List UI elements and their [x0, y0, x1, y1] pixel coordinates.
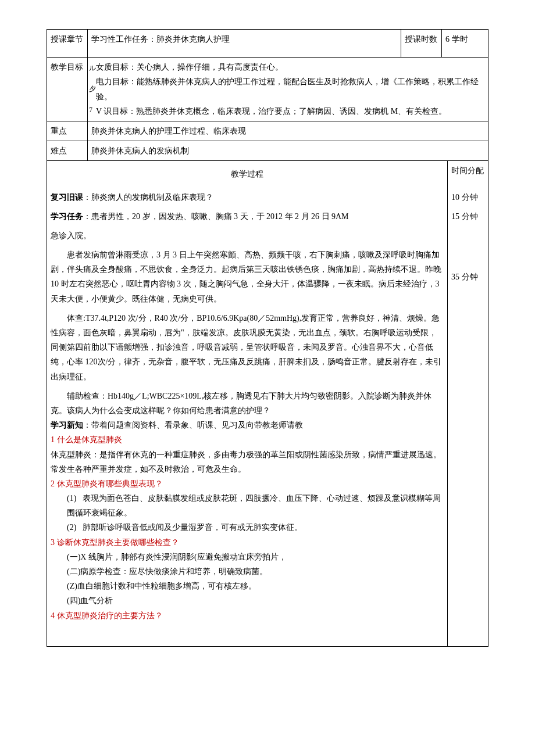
bracket-mark-3: 7	[89, 104, 95, 117]
answer-2-2-text: 肺部听诊呼吸音低或闻及少量湿罗音，可有或无肺实变体征。	[83, 523, 302, 532]
lesson-plan-document: 授课章节 学习性工作任务：肺炎并休克病人护理 授课时数 6 学时 教学目标 ル …	[47, 29, 488, 647]
task-text-head: ：患者男性，20 岁，因发热、咳嗽、胸痛 3 天，于 2012 年 2 月 26…	[83, 212, 349, 221]
task-row-2: 急诊入院。	[47, 226, 448, 245]
bracket-mark-2: 夕	[89, 83, 95, 96]
learn-label: 学习新知	[51, 421, 83, 429]
answer-2-2-num: (2)	[67, 523, 76, 532]
para-1-time: 35 分钟	[448, 245, 488, 309]
review-label: 复习旧课	[51, 193, 83, 202]
answer-3-1: (一)X 线胸片，肺部有炎性浸润阴影(应避免搬动宜床旁拍片，	[51, 550, 444, 564]
goals-label: 教学目标	[47, 58, 88, 121]
review-text: ：肺炎病人的发病机制及临床表现？	[83, 193, 213, 202]
keypoint-label: 重点	[47, 121, 88, 141]
question-3: 3 诊断休克型肺炎主要做哪些检查？	[51, 535, 444, 550]
goal-knowledge: V 识目标：熟悉肺炎并休克概念，临床表现，治疗要点；了解病因、诱因、发病机 M、…	[96, 104, 484, 119]
para-3-text: 辅助检查：Hb140g／L;WBC225×109L,核左移，胸透见右下肺大片均匀…	[51, 389, 444, 418]
answer-3-3: (Z)血白细胞计数和中性粒细胞多增高，可有核左移。	[51, 579, 444, 593]
empty-time-1	[448, 226, 488, 245]
goal-ability: 电力目标：能熟练肺炎并休克病人的护理工作过程，能配合医生及时抢救病人，增《工作策…	[96, 74, 484, 103]
learn-text: ：带着问题查阅资料、看录象、听课、见习及向带教老师请教	[83, 421, 303, 429]
para-1: 患者发病前曾淋雨受凉，3 月 3 日上午突然寒颤、高热、频频干咳，右下胸刺痛，咳…	[47, 245, 448, 309]
process-title: 教学过程	[51, 163, 444, 185]
answer-2-1: (1) 表现为面色苍白、皮肤黏膜发组或皮肤花斑，四肢撅冷、血压下降、心动过速、烦…	[51, 491, 444, 520]
chapter-label: 授课章节	[47, 30, 88, 58]
goal-quality: 女质目标：关心病人，操作仔细，具有高度责任心。	[96, 60, 484, 74]
para-1-text: 患者发病前曾淋雨受凉，3 月 3 日上午突然寒颤、高热、频频干咳，右下胸刺痛，咳…	[51, 248, 444, 306]
time-label: 时间分配	[448, 161, 488, 187]
answer-2-1-text: 表现为面色苍白、皮肤黏膜发组或皮肤花斑，四肢撅冷、血压下降、心动过速、烦躁及意识…	[67, 494, 441, 517]
review-time: 10 分钟	[448, 188, 488, 207]
learn-row: 学习新知：带着问题查阅资料、看录象、听课、见习及向带教老师请教	[51, 418, 444, 432]
process-table: 教学过程 时间分配 复习旧课：肺炎病人的发病机制及临床表现？ 10 分钟 学习任…	[47, 161, 488, 646]
task-label: 学习任务	[51, 212, 83, 221]
question-1: 1 什么是休克型肺炎	[51, 432, 444, 447]
main-content: 辅助检查：Hb140g／L;WBC225×109L,核左移，胸透见右下肺大片均匀…	[47, 386, 448, 647]
process-title-cell: 教学过程	[47, 161, 448, 187]
question-4: 4 休克型肺炎治疗的主要方法？	[51, 608, 444, 623]
goals-bracket: ル 夕 7	[89, 58, 95, 121]
empty-time-3	[448, 386, 488, 647]
answer-1: 休克型肺炎：是指伴有休克的一种重症肺炎，多由毒力极强的革兰阳或阴性菌感染所致，病…	[51, 447, 444, 476]
keypoint-value: 肺炎并休克病人的护理工作过程、临床表现	[88, 121, 488, 141]
goals-cell: ル 夕 7 女质目标：关心病人，操作仔细，具有高度责任心。 电力目标：能熟练肺炎…	[88, 58, 488, 121]
header-table: 授课章节 学习性工作任务：肺炎并休克病人护理 授课时数 6 学时 教学目标 ル …	[47, 29, 488, 161]
chapter-value: 学习性工作任务：肺炎并休克病人护理	[88, 30, 401, 58]
para-2-text: 体查:T37.4t,P120 次/分，R40 次/分，BP10.6/6.9Kpa…	[51, 311, 444, 384]
answer-2-1-num: (1)	[67, 494, 76, 503]
para-2: 体查:T37.4t,P120 次/分，R40 次/分，BP10.6/6.9Kpa…	[47, 309, 448, 386]
task-row-1: 学习任务：患者男性，20 岁，因发热、咳嗽、胸痛 3 天，于 2012 年 2 …	[47, 207, 448, 226]
answer-2-2: (2) 肺部听诊呼吸音低或闻及少量湿罗音，可有或无肺实变体征。	[51, 520, 444, 535]
answer-3-2: (二)病原学检查：应尽快做痰涂片和培养，明确致病菌。	[51, 564, 444, 579]
difficulty-value: 肺炎并休克病人的发病机制	[88, 141, 488, 161]
bracket-mark-1: ル	[89, 62, 95, 75]
review-row: 复习旧课：肺炎病人的发病机制及临床表现？	[47, 188, 448, 207]
hours-value: 6 学时	[442, 30, 488, 58]
task-time: 15 分钟	[448, 207, 488, 226]
answer-3-4: (四)血气分析	[51, 593, 444, 608]
empty-time-2	[448, 309, 488, 386]
hours-label: 授课时数	[401, 30, 442, 58]
question-2: 2 休克型肺炎有哪些典型表现？	[51, 476, 444, 491]
difficulty-label: 难点	[47, 141, 88, 161]
